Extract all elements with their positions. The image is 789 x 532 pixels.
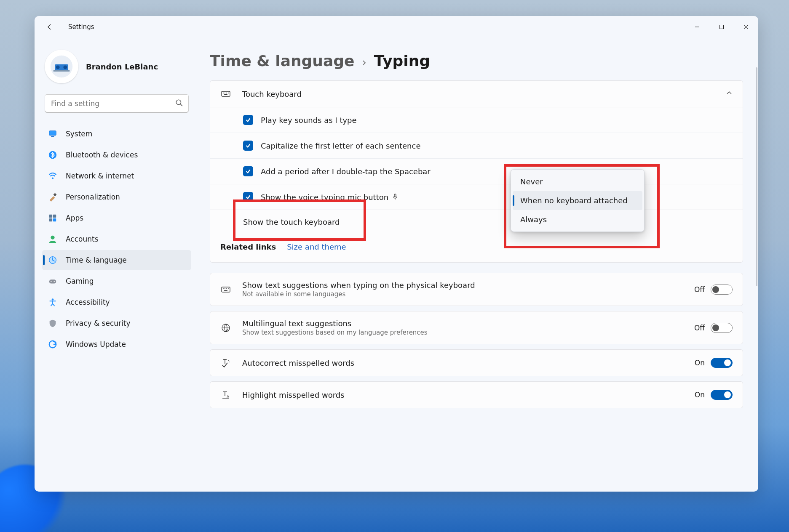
system-icon (48, 129, 57, 138)
touch-kb-option-3[interactable]: Show the voice typing mic button (210, 184, 743, 210)
checkbox[interactable] (243, 141, 253, 151)
touch-keyboard-header[interactable]: Touch keyboard (210, 81, 743, 107)
show-touch-keyboard-row[interactable]: Show the touch keyboard (210, 210, 743, 234)
sidebar-item-label: Bluetooth & devices (66, 151, 138, 159)
time-language-icon (48, 255, 57, 265)
touch-kb-option-2[interactable]: Add a period after I double-tap the Spac… (210, 158, 743, 184)
svg-point-34 (228, 288, 229, 289)
titlebar: Settings (35, 16, 758, 38)
svg-point-39 (229, 362, 230, 362)
scrollbar[interactable] (756, 67, 757, 286)
svg-rect-0 (720, 25, 724, 29)
svg-point-16 (51, 236, 54, 239)
sidebar-item-label: Windows Update (66, 340, 126, 348)
sidebar-item-time-language[interactable]: Time & language (42, 250, 191, 270)
checkbox[interactable] (243, 192, 253, 202)
svg-rect-6 (49, 131, 56, 136)
sidebar-item-system[interactable]: System (42, 124, 191, 144)
svg-point-33 (226, 288, 227, 289)
toggle[interactable] (711, 323, 733, 333)
sidebar-item-label: Network & internet (66, 172, 134, 180)
setting-title: Show text suggestions when typing on the… (242, 281, 475, 290)
back-button[interactable] (44, 21, 56, 33)
svg-text:A: A (226, 329, 229, 333)
sidebar-item-update[interactable]: Windows Update (42, 334, 191, 354)
svg-rect-29 (394, 194, 396, 197)
dropdown-option-1[interactable]: When no keyboard attached (513, 191, 642, 210)
setting-row[interactable]: Autocorrect misspelled wordsOn (210, 350, 743, 376)
svg-point-10 (52, 177, 53, 179)
avatar (45, 50, 78, 83)
setting-row[interactable]: AMultilingual text suggestionsShow text … (210, 311, 743, 344)
touch-kb-option-1[interactable]: Capitalize the first letter of each sent… (210, 133, 743, 158)
sidebar-item-network[interactable]: Network & internet (42, 166, 191, 186)
setting-card-1: AMultilingual text suggestionsShow text … (210, 311, 743, 344)
touch-keyboard-title: Touch keyboard (242, 90, 302, 98)
toggle[interactable] (711, 358, 733, 368)
checkbox-label: Capitalize the first letter of each sent… (261, 141, 420, 150)
sidebar-item-accounts[interactable]: Accounts (42, 229, 191, 249)
checkbox-label: Show the voice typing mic button (261, 193, 399, 202)
svg-point-25 (225, 93, 225, 93)
dropdown-option-0[interactable]: Never (513, 172, 642, 191)
sidebar-item-label: Privacy & security (66, 319, 131, 327)
svg-point-4 (63, 65, 67, 69)
profile[interactable]: Brandon LeBlanc (42, 45, 191, 91)
svg-point-21 (52, 298, 54, 301)
toggle-state-label: On (695, 359, 705, 367)
keyboard-icon (220, 284, 231, 295)
sidebar-item-bluetooth[interactable]: Bluetooth & devices (42, 145, 191, 165)
setting-title: Highlight misspelled words (242, 391, 345, 399)
main-content: Time & language › Typing Touch keyboard (199, 38, 758, 492)
touch-kb-option-0[interactable]: Play key sounds as I type (210, 107, 743, 133)
minimize-button[interactable] (685, 19, 709, 35)
setting-row[interactable]: AHighlight misspelled wordsOn (210, 382, 743, 408)
checkbox[interactable] (243, 166, 253, 176)
sidebar-item-label: Time & language (66, 256, 127, 264)
sidebar-item-label: Apps (66, 214, 83, 222)
checkbox[interactable] (243, 115, 253, 125)
svg-point-32 (225, 288, 225, 289)
privacy-icon (48, 319, 57, 328)
sidebar-item-apps[interactable]: Apps (42, 208, 191, 228)
svg-rect-8 (51, 136, 54, 137)
svg-point-38 (228, 360, 229, 361)
sidebar-item-accessibility[interactable]: Accessibility (42, 292, 191, 312)
accessibility-icon (48, 298, 57, 307)
breadcrumb-parent[interactable]: Time & language (210, 52, 354, 69)
svg-text:A: A (227, 395, 230, 399)
toggle[interactable] (711, 390, 733, 400)
svg-point-19 (51, 281, 51, 282)
svg-point-3 (56, 65, 60, 69)
svg-point-26 (226, 93, 227, 93)
sidebar-item-gaming[interactable]: Gaming (42, 271, 191, 291)
mic-icon (392, 193, 399, 202)
setting-card-0: Show text suggestions when typing on the… (210, 273, 743, 306)
autocorrect-icon (220, 357, 231, 368)
settings-window: Settings Brandon LeBlanc SystemBluet (35, 16, 758, 492)
svg-rect-35 (224, 290, 227, 291)
dropdown-option-2[interactable]: Always (513, 210, 642, 229)
show-touch-keyboard-label: Show the touch keyboard (243, 218, 340, 226)
update-icon (48, 340, 57, 349)
close-button[interactable] (734, 19, 758, 35)
sidebar-item-privacy[interactable]: Privacy & security (42, 313, 191, 333)
related-links-label: Related links (220, 242, 276, 251)
setting-title: Multilingual text suggestions (242, 319, 428, 328)
setting-row[interactable]: Show text suggestions when typing on the… (210, 273, 743, 306)
svg-point-5 (176, 100, 181, 104)
toggle[interactable] (711, 285, 733, 295)
size-and-theme-link[interactable]: Size and theme (287, 242, 346, 251)
svg-rect-23 (222, 91, 230, 96)
network-icon (48, 171, 57, 181)
svg-point-27 (228, 93, 229, 93)
search-icon (175, 99, 183, 108)
sidebar-item-personalization[interactable]: Personalization (42, 187, 191, 207)
breadcrumb: Time & language › Typing (210, 52, 743, 69)
search-input[interactable] (45, 94, 189, 113)
svg-rect-28 (224, 94, 227, 95)
maximize-button[interactable] (709, 19, 734, 35)
svg-point-24 (223, 93, 224, 93)
checkbox-label: Play key sounds as I type (261, 116, 357, 125)
show-touch-keyboard-dropdown[interactable]: NeverWhen no keyboard attachedAlways (511, 169, 645, 232)
